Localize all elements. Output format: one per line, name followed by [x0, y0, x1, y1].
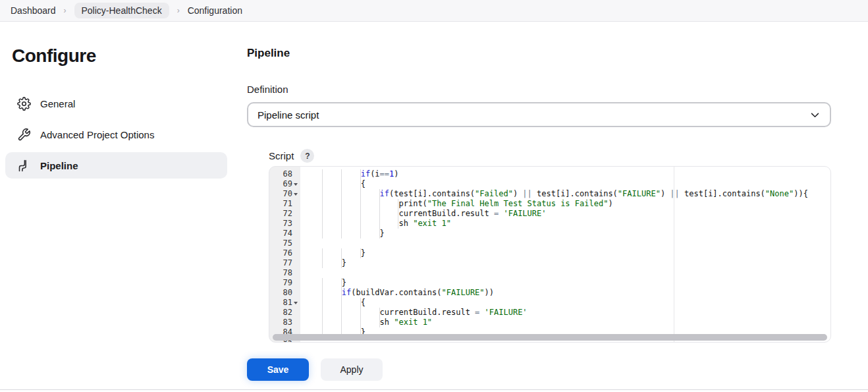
code-line[interactable]: 78 [269, 268, 830, 278]
fold-arrow-icon[interactable] [292, 298, 299, 308]
code-line[interactable]: 73sh "exit 1" [269, 219, 830, 229]
gear-icon [17, 97, 31, 111]
gutter-cell[interactable]: 77 [269, 258, 300, 268]
gutter-cell[interactable]: 68 [269, 169, 300, 179]
fold-spacer [292, 169, 299, 179]
gutter-cell[interactable]: 83 [269, 318, 300, 327]
indent-guides [304, 308, 380, 318]
fold-spacer [292, 288, 299, 298]
fold-spacer [292, 248, 299, 258]
line-number: 76 [283, 248, 292, 258]
code-line[interactable]: 70if(test[i].contains("Failed") || test[… [269, 189, 830, 199]
gutter-cell[interactable]: 79 [269, 278, 300, 288]
gutter-cell[interactable]: 71 [269, 199, 300, 209]
gutter-cell[interactable]: 70 [269, 189, 300, 199]
pipeline-icon [17, 159, 31, 173]
definition-label: Definition [247, 84, 288, 95]
code-line[interactable]: 75 [269, 238, 830, 248]
code-line[interactable]: 74} [269, 229, 830, 238]
indent-guides [304, 298, 361, 308]
sidebar-item-label: Advanced Project Options [40, 129, 154, 140]
line-number: 72 [283, 209, 292, 219]
help-button[interactable]: ? [300, 149, 314, 163]
code-text: currentBuild.result = 'FAILURE' [300, 308, 528, 318]
script-editor[interactable]: 68if(i==1)69{70if(test[i].contains("Fail… [269, 166, 831, 343]
indent-guides [304, 209, 398, 219]
fold-spacer [292, 278, 299, 288]
fold-spacer [292, 199, 299, 209]
form-actions: Save Apply [247, 358, 383, 381]
horizontal-scrollbar[interactable] [273, 334, 827, 341]
indent-guides [304, 199, 398, 209]
indent-guides [304, 248, 361, 258]
line-number: 69 [283, 179, 292, 189]
line-number: 73 [283, 219, 292, 229]
fold-spacer [292, 308, 299, 318]
gutter-cell[interactable]: 78 [269, 268, 300, 278]
code-line[interactable]: 83sh "exit 1" [269, 318, 830, 327]
code-text [300, 268, 304, 278]
line-number: 78 [283, 268, 292, 278]
code-line[interactable]: 72currentBuild.result = 'FAILURE' [269, 209, 830, 219]
code-line[interactable]: 80if(buildVar.contains("FAILURE")) [269, 288, 830, 298]
line-number: 71 [283, 199, 292, 209]
apply-button[interactable]: Apply [321, 358, 383, 381]
code-line[interactable]: 79} [269, 278, 830, 288]
code-line[interactable]: 68if(i==1) [269, 169, 830, 179]
jenkins-configure-page: Dashboard›Policy-HealthCheck›Configurati… [0, 0, 868, 392]
script-field-header: Script ? [269, 149, 314, 163]
gutter-cell[interactable]: 80 [269, 288, 300, 298]
page-footer-divider [0, 389, 868, 390]
breadcrumb-item-dashboard[interactable]: Dashboard [11, 5, 56, 16]
gutter-cell[interactable]: 75 [269, 238, 300, 248]
code-line[interactable]: 77} [269, 258, 830, 268]
code-text: } [300, 278, 346, 288]
fold-spacer [292, 268, 299, 278]
code-line[interactable]: 76} [269, 248, 830, 258]
sidebar-item-label: Pipeline [40, 160, 78, 171]
gutter-cell[interactable]: 82 [269, 308, 300, 318]
code-line[interactable]: 81{ [269, 298, 830, 308]
sidebar-item-advanced-project-options[interactable]: Advanced Project Options [5, 121, 227, 148]
indent-guides [304, 169, 361, 179]
code-line[interactable]: 82currentBuild.result = 'FAILURE' [269, 308, 830, 318]
code-line[interactable]: 71print("The Final Helm Test Status is F… [269, 199, 830, 209]
gutter-cell[interactable]: 73 [269, 219, 300, 229]
fold-arrow-icon[interactable] [292, 179, 299, 189]
page-title: Configure [12, 45, 96, 67]
line-number: 74 [283, 229, 292, 238]
indent-guides [304, 229, 380, 238]
sidebar-item-pipeline[interactable]: Pipeline [5, 152, 227, 179]
breadcrumb-bar: Dashboard›Policy-HealthCheck›Configurati… [0, 0, 868, 22]
gutter-cell[interactable]: 81 [269, 298, 300, 308]
indent-guides [304, 288, 342, 298]
code-text: if(i==1) [300, 169, 399, 179]
code-text: } [300, 229, 385, 238]
script-label: Script [269, 150, 294, 161]
breadcrumb-item-policy-healthcheck[interactable]: Policy-HealthCheck [74, 3, 169, 18]
gutter-cell[interactable]: 74 [269, 229, 300, 238]
sidebar-item-label: General [40, 98, 75, 109]
gutter-cell[interactable]: 76 [269, 248, 300, 258]
gutter-cell[interactable]: 72 [269, 209, 300, 219]
breadcrumb-item-configuration[interactable]: Configuration [188, 5, 242, 16]
code-text: { [300, 298, 366, 308]
scrollbar-thumb[interactable] [273, 334, 827, 341]
code-text: } [300, 258, 346, 268]
code-lines: 68if(i==1)69{70if(test[i].contains("Fail… [269, 167, 830, 343]
definition-select[interactable]: Pipeline script [247, 102, 831, 127]
fold-arrow-icon[interactable] [292, 189, 299, 199]
breadcrumb-separator-icon: › [177, 6, 180, 15]
code-text: sh "exit 1" [300, 219, 451, 229]
save-button[interactable]: Save [247, 358, 309, 381]
fold-spacer [292, 219, 299, 229]
code-line[interactable]: 69{ [269, 179, 830, 189]
breadcrumb-separator-icon: › [64, 6, 67, 15]
indent-guides [304, 258, 342, 268]
gutter-cell[interactable]: 69 [269, 179, 300, 189]
sidebar-item-general[interactable]: General [5, 90, 227, 117]
fold-spacer [292, 318, 299, 327]
chevron-down-icon [809, 109, 821, 121]
code-text [300, 238, 304, 248]
fold-spacer [292, 209, 299, 219]
